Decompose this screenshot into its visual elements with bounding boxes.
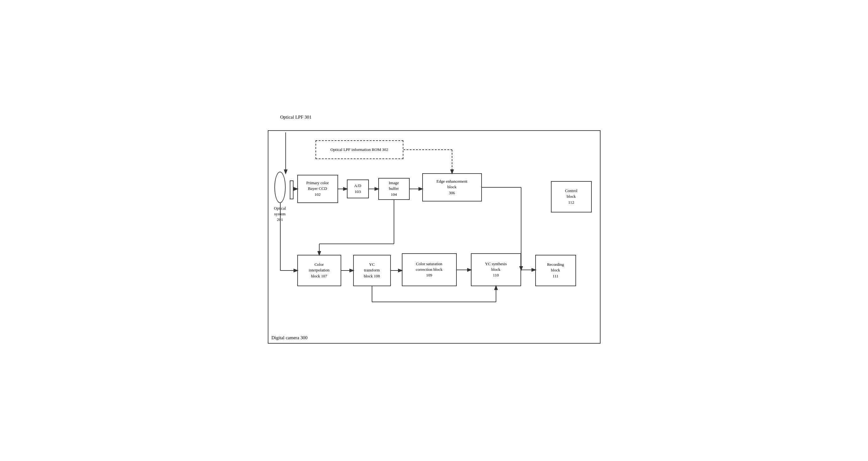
rom-label: Optical LPF information ROM 302 [330,147,388,152]
digital-camera-label: Digital camera 300 [272,335,308,340]
block-yc-transform: YC transform block 108 [353,255,391,286]
optical-system-label: Optical system 201 [274,205,286,223]
block-yc-synthesis: YC synthesis block 110 [471,253,521,286]
diagram-outer: Optical LPF information ROM 302 Optical … [268,130,600,343]
arrows-svg [269,131,600,343]
block-image-buffer: Image buffer 104 [378,178,410,200]
block-edge-enhancement: Edge enhancement block 306 [422,173,482,201]
page-container: Optical LPF 301 Optical LPF information … [261,111,607,350]
block-recording: Recording block 111 [535,255,576,286]
block-control: Control block 112 [551,181,592,212]
optical-lpf-label: Optical LPF 301 [280,114,312,120]
rom-box: Optical LPF information ROM 302 [315,140,403,159]
optical-system-lens: Optical system 201 [274,172,286,223]
block-color-interpolation: Color interpolation block 107 [297,255,341,286]
lens-ellipse [274,172,286,203]
block-ad: A/D 103 [347,179,369,198]
block-color-saturation: Color saturation correction block 109 [402,253,457,286]
block-ccd: Primary color Bayer CCD 102 [297,175,338,203]
ccd-thin-rect [290,180,293,199]
